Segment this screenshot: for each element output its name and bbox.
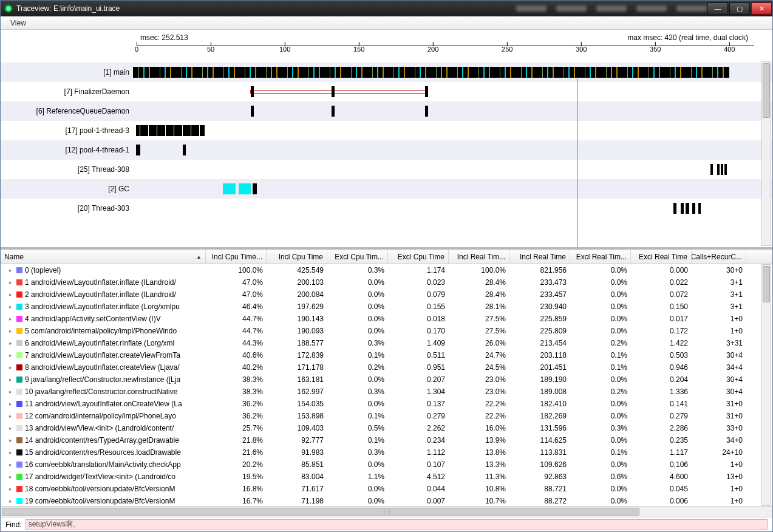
expand-icon[interactable]: ▸: [7, 377, 14, 383]
expand-icon[interactable]: ▸: [7, 340, 14, 346]
table-row[interactable]: ▸9 java/lang/reflect/Constructor.newInst…: [1, 373, 772, 386]
timeline-row[interactable]: [6] ReferenceQueueDaemon: [1, 101, 772, 121]
table-row[interactable]: ▸8 android/view/LayoutInflater.createVie…: [1, 361, 772, 373]
window-maximize-button[interactable]: ▢: [729, 2, 750, 15]
cell-c5: 11.3%: [449, 472, 509, 481]
cell-c9: 3+1: [692, 290, 746, 299]
find-input[interactable]: [26, 519, 768, 530]
table-row[interactable]: ▸17 android/widget/TextView.<init> (Land…: [1, 471, 772, 483]
expand-icon[interactable]: ▸: [7, 486, 14, 492]
table-row[interactable]: ▸16 com/eebbk/translation/MainActivity.c…: [1, 459, 772, 471]
expand-icon[interactable]: ▸: [7, 352, 14, 358]
cell-c7: 0.0%: [570, 327, 631, 335]
timeline-row[interactable]: [20] Thread-303: [1, 199, 772, 218]
cell-c1: 20.2%: [206, 460, 267, 469]
timeline-row[interactable]: [17] pool-1-thread-3: [1, 121, 772, 140]
table-row[interactable]: ▸15 android/content/res/Resources.loadDr…: [1, 446, 772, 459]
expand-icon[interactable]: ▸: [7, 462, 14, 468]
table-row[interactable]: ▸7 android/view/LayoutInflater.createVie…: [1, 349, 772, 361]
col-header-incl-real-time[interactable]: Incl Real Time: [509, 250, 570, 264]
table-row[interactable]: ▸2 android/view/LayoutInflater.inflate (…: [1, 288, 772, 301]
cell-c8: 0.235: [631, 436, 692, 445]
expand-icon[interactable]: ▸: [7, 425, 14, 431]
cell-name: ▸12 com/android/internal/policy/impl/Pho…: [1, 412, 206, 420]
scrollbar-thumb[interactable]: [763, 266, 770, 302]
timeline-row[interactable]: [25] Thread-308: [1, 160, 772, 179]
expand-icon[interactable]: ▸: [7, 279, 14, 285]
table-row[interactable]: ▸5 com/android/internal/policy/impl/Phon…: [1, 325, 772, 337]
expand-icon[interactable]: ▸: [7, 292, 14, 298]
cell-c3: 0.0%: [327, 497, 388, 505]
table-row[interactable]: ▸12 com/android/internal/policy/impl/Pho…: [1, 410, 772, 422]
scrollbar-thumb[interactable]: [2, 508, 639, 516]
timeline-cursor[interactable]: [577, 77, 578, 247]
col-header-excl-real-pct[interactable]: Excl Real Tim...: [570, 250, 631, 264]
expand-icon[interactable]: ▸: [7, 474, 14, 480]
table-row[interactable]: ▸6 android/view/LayoutInflater.rInflate …: [1, 337, 772, 349]
window-close-button[interactable]: ✕: [751, 2, 772, 15]
timeline-row[interactable]: [2] GC: [1, 179, 772, 199]
cell-c7: 0.1%: [570, 351, 631, 360]
col-header-name[interactable]: Name▲: [1, 250, 206, 264]
col-header-excl-cpu-pct[interactable]: Excl Cpu Tim...: [327, 250, 388, 264]
color-swatch: [16, 401, 22, 407]
timeline-axis[interactable]: 050100150200250300350400: [137, 46, 754, 61]
cell-c1: 44.7%: [206, 327, 267, 335]
timeline-track[interactable]: [133, 140, 754, 160]
cell-c2: 71.198: [267, 497, 327, 505]
col-header-incl-cpu-pct[interactable]: Incl Cpu Time...: [206, 250, 267, 264]
menu-view[interactable]: View: [5, 18, 31, 29]
expand-icon[interactable]: ▸: [7, 401, 14, 407]
expand-icon[interactable]: ▸: [7, 389, 14, 395]
timeline-track[interactable]: [133, 179, 754, 199]
table-row[interactable]: ▸11 android/view/LayoutInflater.onCreate…: [1, 398, 772, 410]
expand-icon[interactable]: ▸: [7, 304, 14, 310]
table-body[interactable]: ▸0 (toplevel)100.0%425.5490.3%1.174100.0…: [1, 264, 772, 506]
table-row[interactable]: ▸10 java/lang/reflect/Constructor.constr…: [1, 386, 772, 398]
col-header-calls[interactable]: Calls+RecurC...: [692, 250, 746, 264]
table-horizontal-scrollbar[interactable]: ⋮⋮: [1, 506, 772, 517]
table-row[interactable]: ▸0 (toplevel)100.0%425.5490.3%1.174100.0…: [1, 264, 772, 276]
timeline-track[interactable]: [133, 101, 754, 121]
table-row[interactable]: ▸4 android/app/Activity.setContentView (…: [1, 313, 772, 325]
col-header-excl-real-time[interactable]: Excl Real Time: [631, 250, 692, 264]
cell-c9: 24+10: [692, 448, 746, 457]
cell-c8: 0.006: [631, 497, 692, 505]
expand-icon[interactable]: ▸: [7, 328, 14, 334]
timeline-row[interactable]: [7] FinalizerDaemon: [1, 82, 772, 101]
expand-icon[interactable]: ▸: [7, 413, 14, 419]
window-minimize-button[interactable]: —: [707, 2, 728, 15]
timeline-track[interactable]: [133, 82, 754, 101]
timeline-segment: [686, 203, 689, 214]
expand-icon[interactable]: ▸: [7, 437, 14, 443]
table-vertical-scrollbar[interactable]: [761, 264, 771, 506]
color-swatch: [16, 328, 22, 334]
table-row[interactable]: ▸19 com/eebbk/tool/versionupdate/BfcVers…: [1, 495, 772, 506]
table-row[interactable]: ▸13 android/view/View.<init> (Landroid/c…: [1, 422, 772, 434]
table-row[interactable]: ▸14 android/content/res/TypedArray.getDr…: [1, 434, 772, 446]
expand-icon[interactable]: ▸: [7, 267, 14, 273]
col-header-incl-cpu-time[interactable]: Incl Cpu Time: [267, 250, 327, 264]
timeline-segment: [251, 106, 254, 117]
timeline-track[interactable]: [133, 199, 754, 218]
table-row[interactable]: ▸3 android/view/LayoutInflater.inflate (…: [1, 301, 772, 313]
timeline-track[interactable]: [133, 160, 754, 179]
expand-icon[interactable]: ▸: [7, 449, 14, 455]
timeline-track[interactable]: [133, 63, 754, 82]
scrollbar-thumb[interactable]: [763, 63, 770, 118]
expand-icon[interactable]: ▸: [7, 364, 14, 370]
col-header-excl-cpu-time[interactable]: Excl Cpu Time: [388, 250, 449, 264]
timeline-row[interactable]: [12] pool-4-thread-1: [1, 140, 772, 160]
expand-icon[interactable]: ▸: [7, 498, 14, 504]
expand-icon[interactable]: ▸: [7, 316, 14, 322]
cell-c6: 131.596: [509, 424, 570, 432]
col-header-incl-real-pct[interactable]: Incl Real Tim...: [449, 250, 509, 264]
timeline-row[interactable]: [1] main: [1, 63, 772, 82]
table-row[interactable]: ▸1 android/view/LayoutInflater.inflate (…: [1, 276, 772, 288]
timeline-track[interactable]: [133, 121, 754, 140]
timeline-rows[interactable]: [1] main[7] FinalizerDaemon[6] Reference…: [1, 63, 772, 247]
table-row[interactable]: ▸18 com/eebbk/tool/versionupdate/BfcVers…: [1, 483, 772, 495]
cell-c8: 0.172: [631, 327, 692, 335]
timeline-vertical-scrollbar[interactable]: [761, 61, 771, 246]
timeline-segment: [425, 106, 428, 117]
